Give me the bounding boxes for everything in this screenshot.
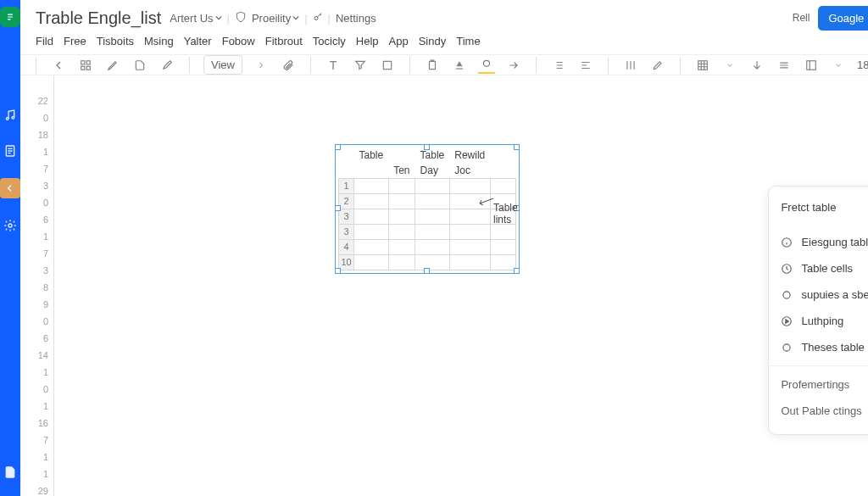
circle-icon xyxy=(781,342,793,354)
table-selection[interactable]: Table Table Rewild Ten Day Joc 1 2 3 xyxy=(338,148,516,270)
nettings-label[interactable]: Nettings xyxy=(336,12,376,25)
main-area: Trable Engle_list Artert Us | Proeility … xyxy=(20,0,868,496)
vertical-ruler: 220181 7306 1738 90614 10116 71129 xyxy=(20,75,54,496)
circle-icon xyxy=(781,289,793,301)
svg-point-5 xyxy=(314,16,318,20)
table-icon[interactable] xyxy=(694,57,711,74)
menu-tisboits[interactable]: Tisboits xyxy=(97,35,134,47)
arrow-right-icon[interactable] xyxy=(505,57,522,74)
menu-msing[interactable]: Msing xyxy=(144,35,174,47)
table-row: 3 xyxy=(339,224,516,239)
menu-tocicly[interactable]: Tocicly xyxy=(313,35,346,47)
rell-label[interactable]: Rell xyxy=(793,12,810,24)
list-numbered-icon[interactable] xyxy=(550,57,567,74)
svg-rect-9 xyxy=(86,66,90,70)
menu-fobow[interactable]: Fobow xyxy=(222,35,255,47)
filter-icon[interactable] xyxy=(352,57,369,74)
clock-icon xyxy=(781,263,793,275)
key-icon[interactable] xyxy=(313,12,323,25)
google-button[interactable]: Goagle I a xyxy=(818,6,868,31)
svg-rect-11 xyxy=(429,61,435,69)
document-title[interactable]: Trable Engle_list xyxy=(36,8,161,28)
panel-item[interactable]: Eiesgung table xyxy=(769,229,868,255)
align-icon[interactable] xyxy=(577,57,594,74)
underline-triangle-icon[interactable] xyxy=(451,57,468,74)
back-arrow-icon[interactable] xyxy=(50,57,67,74)
svg-rect-7 xyxy=(86,60,90,64)
file-icon[interactable] xyxy=(2,464,19,481)
chip-artert[interactable]: Artert Us xyxy=(170,12,221,25)
shield-icon[interactable] xyxy=(235,11,247,25)
panel-subitem[interactable]: Profemertings xyxy=(769,371,868,398)
chip-proeility[interactable]: Proeility xyxy=(252,12,299,25)
side-panel: Fretct table ✕ Eiesgung table Table cell… xyxy=(768,186,868,435)
canvas: 220181 7306 1738 90614 10116 71129 Table… xyxy=(20,75,868,496)
panel-item[interactable]: Theses table xyxy=(769,334,868,360)
type-icon[interactable]: T xyxy=(325,57,342,74)
highlighter-icon[interactable] xyxy=(649,57,666,74)
svg-rect-6 xyxy=(81,60,85,64)
svg-rect-14 xyxy=(698,60,708,70)
menu-sindy[interactable]: Sindy xyxy=(419,35,447,47)
underline-circle-icon[interactable] xyxy=(478,57,495,74)
panel-subitem[interactable]: Out Pable ctings xyxy=(769,398,868,424)
svg-point-20 xyxy=(783,343,790,350)
arrow-down-icon[interactable] xyxy=(748,57,765,74)
doc-icon[interactable] xyxy=(2,142,19,159)
svg-point-4 xyxy=(8,224,12,227)
svg-rect-12 xyxy=(456,68,463,69)
svg-rect-10 xyxy=(383,61,391,69)
panel-title: Fretct table xyxy=(781,201,836,214)
lines-icon[interactable] xyxy=(776,57,793,74)
menubar: Fild Free Tisboits Msing Yalter Fobow Fi… xyxy=(36,31,868,54)
chevron-right-icon[interactable] xyxy=(253,57,270,74)
header: Trable Engle_list Artert Us | Proeility … xyxy=(20,0,868,54)
menu-free[interactable]: Free xyxy=(64,35,86,47)
table-callout: Table lints xyxy=(493,202,518,226)
layout-icon[interactable] xyxy=(803,57,820,74)
table-row: 4 xyxy=(339,239,516,254)
clipboard-icon[interactable] xyxy=(424,57,441,74)
svg-point-13 xyxy=(483,60,489,66)
chevron-down-icon[interactable] xyxy=(721,57,738,74)
panel-item[interactable]: Luthping xyxy=(769,308,868,334)
menu-yalter[interactable]: Yalter xyxy=(184,35,212,47)
menu-fild[interactable]: Fild xyxy=(36,35,53,47)
back-icon[interactable] xyxy=(0,178,20,198)
app-logo[interactable] xyxy=(0,7,20,27)
panel-item[interactable]: supuies a sbert xyxy=(769,281,868,308)
view-dropdown[interactable]: View xyxy=(203,55,242,75)
page[interactable]: Table Table Rewild Ten Day Joc 1 2 3 xyxy=(54,75,868,496)
svg-point-18 xyxy=(783,291,790,298)
grid-icon[interactable] xyxy=(77,57,94,74)
left-rail xyxy=(0,0,20,496)
chevron-down-icon[interactable] xyxy=(830,57,847,74)
pencil-icon[interactable] xyxy=(104,57,121,74)
toolbar: View T 18 xyxy=(20,54,868,75)
menu-fitbrout[interactable]: Fitbrout xyxy=(265,35,303,47)
music-icon[interactable] xyxy=(2,107,19,124)
file-plus-icon[interactable] xyxy=(131,57,148,74)
table-row: 1 xyxy=(339,178,516,193)
menu-help[interactable]: Help xyxy=(356,35,379,47)
svg-rect-15 xyxy=(807,60,816,70)
table-row: 3 xyxy=(339,209,516,224)
bars-icon[interactable] xyxy=(622,57,639,74)
svg-rect-8 xyxy=(81,66,85,70)
gear-icon[interactable] xyxy=(2,217,19,234)
attach-icon[interactable] xyxy=(280,57,297,74)
zoom-value[interactable]: 18 xyxy=(857,59,868,71)
brush-icon[interactable] xyxy=(159,57,175,74)
panel-item[interactable]: Table cells xyxy=(769,255,868,281)
play-icon xyxy=(781,315,793,327)
menu-app[interactable]: App xyxy=(389,35,409,47)
info-icon xyxy=(781,237,793,248)
svg-point-1 xyxy=(6,118,8,120)
square-icon[interactable] xyxy=(379,57,396,74)
menu-time[interactable]: Time xyxy=(456,35,480,47)
svg-point-2 xyxy=(12,116,14,119)
